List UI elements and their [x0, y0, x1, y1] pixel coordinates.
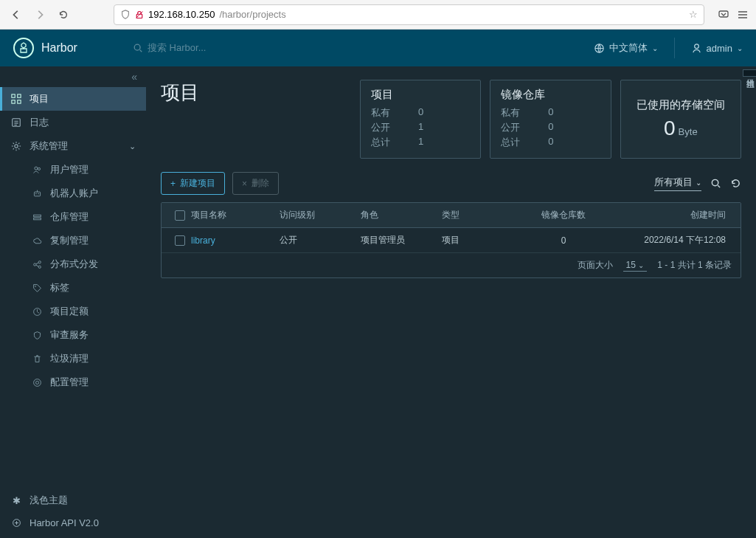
pagesize-value: 15 — [626, 260, 636, 270]
svg-line-1 — [136, 11, 143, 18]
cell-repo-count: 0 — [523, 235, 604, 246]
gear-icon — [10, 141, 22, 151]
search-icon — [133, 43, 143, 53]
tag-icon — [31, 283, 43, 293]
filter-select[interactable]: 所有项目 ⌄ — [654, 176, 701, 191]
stat-val: 1 — [418, 121, 423, 134]
svg-line-29 — [718, 185, 720, 187]
card-title: 项目 — [371, 88, 470, 102]
bookmark-star-icon[interactable]: ☆ — [689, 9, 698, 20]
reload-button[interactable] — [55, 6, 72, 24]
svg-rect-19 — [33, 218, 41, 219]
col-repo-count[interactable]: 镜像仓库数 — [523, 209, 604, 221]
sidebar-sub-interrogation[interactable]: 审查服务 — [0, 323, 146, 347]
menu-icon[interactable] — [737, 9, 749, 21]
table-footer: 页面大小 15 ⌄ 1 - 1 共计 1 条记录 — [162, 253, 741, 277]
new-project-button[interactable]: + 新建项目 — [161, 172, 225, 195]
search-input[interactable]: 搜索 Harbor... — [133, 41, 206, 55]
col-name[interactable]: 项目名称 — [191, 209, 280, 221]
table-header: 项目名称 访问级别 角色 类型 镜像仓库数 创建时间 — [162, 203, 741, 228]
sidebar-theme-toggle[interactable]: ✱ 浅色主题 — [0, 489, 146, 512]
search-icon[interactable] — [710, 178, 721, 189]
sun-icon: ✱ — [10, 495, 22, 506]
theme-label: 浅色主题 — [30, 494, 68, 507]
row-checkbox[interactable] — [175, 235, 185, 246]
filter-label: 所有项目 — [654, 176, 693, 189]
svg-rect-18 — [33, 215, 41, 216]
project-link[interactable]: library — [191, 235, 215, 246]
logo[interactable]: Harbor — [13, 38, 133, 58]
logs-icon — [10, 117, 22, 128]
stat-card-projects: 项目 私有0 公开1 总计1 — [360, 80, 481, 159]
sidebar-sub-labels[interactable]: 标签 — [0, 276, 146, 300]
svg-point-28 — [712, 179, 718, 185]
user-menu[interactable]: admin ⌄ — [691, 43, 743, 54]
col-created[interactable]: 创建时间 — [604, 209, 733, 221]
sidebar-sub-label: 机器人账户 — [50, 187, 98, 200]
language-selector[interactable]: 中文简体 ⌄ — [594, 41, 658, 55]
sidebar-sub-robots[interactable]: 机器人账户 — [0, 182, 146, 205]
sidebar-sub-config[interactable]: 配置管理 — [0, 370, 146, 394]
svg-point-26 — [33, 379, 41, 386]
sidebar-item-admin[interactable]: 系统管理 ⌄ — [0, 134, 146, 158]
svg-rect-7 — [12, 94, 15, 97]
col-type[interactable]: 类型 — [442, 209, 523, 221]
refresh-icon[interactable] — [730, 178, 741, 189]
pagesize-label: 页面大小 — [578, 259, 613, 272]
projects-table: 项目名称 访问级别 角色 类型 镜像仓库数 创建时间 library 公开 项目… — [161, 202, 741, 278]
sidebar-sub-gc[interactable]: 垃圾清理 — [0, 347, 146, 370]
sidebar-item-projects[interactable]: 项目 — [0, 87, 146, 111]
button-label: 新建项目 — [180, 177, 215, 190]
forward-button[interactable] — [31, 6, 49, 24]
delete-button[interactable]: × 删除 — [232, 172, 279, 195]
shield-icon — [31, 331, 43, 340]
user-label: admin — [707, 43, 732, 54]
svg-rect-9 — [12, 100, 15, 103]
svg-point-25 — [35, 381, 38, 384]
sidebar-sub-distribution[interactable]: 分布式分发 — [0, 252, 146, 276]
sidebar-collapse-toggle[interactable]: « — [0, 66, 146, 87]
sidebar-item-label: 日志 — [30, 116, 49, 129]
sidebar-sub-replication[interactable]: 复制管理 — [0, 229, 146, 252]
back-button[interactable] — [7, 6, 25, 24]
pocket-icon[interactable] — [718, 9, 729, 21]
page-title: 项目 — [161, 80, 360, 106]
main-content: 约日生推 项目 项目 私有0 公开1 总计1 镜像仓库 私有0 公开0 总计0 — [146, 66, 756, 538]
sidebar-sub-label: 标签 — [50, 281, 69, 294]
svg-point-13 — [34, 167, 37, 170]
table-row[interactable]: library 公开 项目管理员 项目 0 2022/6/14 下午12:08 — [162, 228, 741, 253]
chevron-down-icon: ⌄ — [696, 179, 701, 187]
lock-icon — [135, 10, 144, 19]
settings-icon — [31, 378, 43, 387]
sidebar-item-logs[interactable]: 日志 — [0, 111, 146, 134]
select-all-checkbox[interactable] — [175, 210, 185, 221]
col-access[interactable]: 访问级别 — [280, 209, 361, 221]
sidebar-sub-quotas[interactable]: 项目定额 — [0, 300, 146, 323]
card-title: 已使用的存储空间 — [631, 98, 730, 112]
divider — [674, 38, 675, 58]
robot-icon — [31, 189, 43, 199]
cell-role: 项目管理员 — [361, 234, 442, 246]
sidebar-sub-label: 用户管理 — [50, 163, 89, 176]
stat-val: 0 — [548, 136, 553, 149]
col-role[interactable]: 角色 — [361, 209, 442, 221]
api-icon — [10, 518, 22, 528]
event-log-tab[interactable]: 约日生推 — [743, 69, 756, 77]
sidebar-api-link[interactable]: Harbor API V2.0 — [0, 512, 146, 534]
svg-rect-15 — [34, 192, 40, 196]
url-path: /harbor/projects — [219, 9, 285, 20]
users-icon — [31, 165, 43, 175]
trash-icon — [31, 354, 43, 364]
quota-icon — [31, 307, 43, 317]
language-label: 中文简体 — [609, 41, 648, 55]
sidebar-sub-label: 分布式分发 — [50, 258, 98, 271]
card-title: 镜像仓库 — [501, 88, 600, 102]
pagesize-select[interactable]: 15 ⌄ — [623, 260, 648, 272]
sidebar-item-label: 项目 — [30, 92, 49, 106]
sidebar-sub-registries[interactable]: 仓库管理 — [0, 205, 146, 229]
address-bar[interactable]: 192.168.10.250/harbor/projects ☆ — [114, 4, 704, 25]
button-label: 删除 — [252, 177, 269, 190]
sidebar-sub-users[interactable]: 用户管理 — [0, 158, 146, 182]
cell-created: 2022/6/14 下午12:08 — [604, 234, 733, 246]
api-label: Harbor API V2.0 — [30, 517, 99, 528]
